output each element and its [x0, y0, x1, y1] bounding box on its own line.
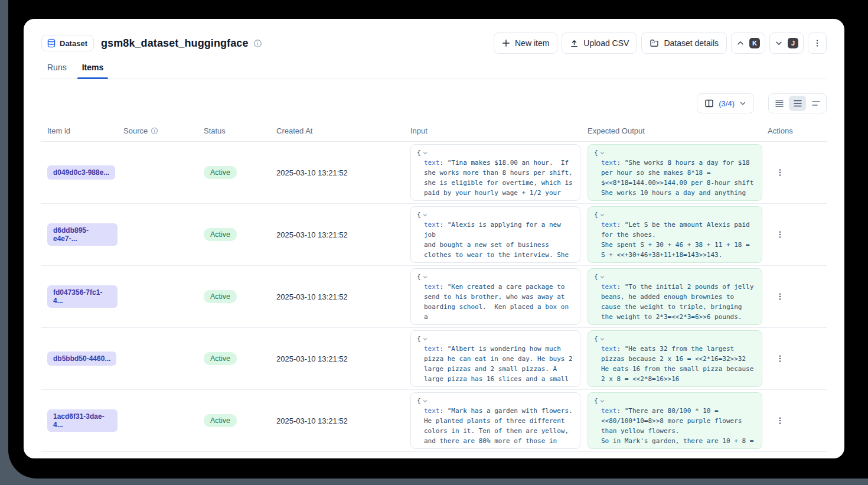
row-actions-button[interactable]	[772, 350, 788, 367]
collapse-chevron-icon[interactable]	[599, 212, 605, 218]
kebab-icon	[776, 230, 784, 239]
collapse-chevron-icon[interactable]	[422, 150, 428, 156]
collapse-chevron-icon[interactable]	[422, 336, 428, 342]
status-badge: Active	[204, 290, 237, 303]
next-item-button[interactable]: J	[769, 32, 804, 54]
table-row: d049d0c3-988e... Active 2025-03-10 13:21…	[41, 142, 827, 204]
tab-bar: Runs Items	[41, 58, 827, 79]
collapse-chevron-icon[interactable]	[599, 398, 605, 404]
tab-items[interactable]: Items	[77, 58, 109, 79]
page-header: Dataset gsm8k_dataset_huggingface New it…	[41, 32, 827, 54]
input-json-preview[interactable]: { text: "Tina makes $18.00 an hour. If s…	[410, 144, 580, 201]
input-json-preview[interactable]: { text: "Ken created a care package to s…	[410, 268, 580, 325]
dataset-badge-label: Dataset	[60, 39, 87, 48]
row-actions-button[interactable]	[772, 412, 788, 429]
columns-count: (3/4)	[719, 99, 735, 108]
kbd-j: J	[788, 38, 798, 48]
output-key: text	[601, 283, 617, 291]
expected-output-json-preview[interactable]: { text: "Let S be the amount Alexis paid…	[588, 206, 762, 263]
source-info-icon[interactable]	[151, 127, 158, 135]
output-key: text	[601, 345, 617, 353]
more-actions-button[interactable]	[808, 32, 827, 54]
row-height-toggle	[768, 93, 827, 113]
input-key: text	[424, 283, 440, 291]
upload-icon	[570, 39, 579, 48]
input-json-preview[interactable]: { text: "Alexis is applying for a new jo…	[410, 206, 580, 263]
created-at: 2025-03-10 13:21:52	[270, 292, 404, 301]
expected-output-json-preview[interactable]: { text: "There are 80/100 * 10 = <<80/10…	[588, 392, 762, 449]
dataset-details-button[interactable]: Dataset details	[641, 32, 727, 54]
col-header-source[interactable]: Source	[118, 126, 198, 135]
kebab-icon	[776, 416, 784, 425]
items-table: Item id Source Status Created At Input E…	[41, 121, 827, 452]
rows-small-icon	[775, 99, 784, 108]
row-height-small-button[interactable]	[771, 96, 788, 111]
chevron-down-icon	[739, 100, 746, 107]
item-id-badge[interactable]: d6ddb895-e4e7-...	[47, 223, 118, 246]
chevron-up-icon	[736, 39, 745, 47]
table-toolbar: (3/4)	[41, 93, 827, 113]
output-key: text	[601, 159, 617, 167]
col-header-input[interactable]: Input	[404, 126, 582, 135]
page-title: gsm8k_dataset_huggingface	[101, 37, 249, 50]
created-at: 2025-03-10 13:21:52	[270, 416, 404, 425]
output-key: text	[601, 407, 617, 415]
col-header-created-at[interactable]: Created At	[270, 126, 404, 135]
tab-runs[interactable]: Runs	[43, 58, 71, 79]
item-id-badge[interactable]: db5bbd50-4460...	[47, 351, 116, 366]
collapse-chevron-icon[interactable]	[599, 150, 605, 156]
created-at: 2025-03-10 13:21:52	[270, 354, 404, 363]
table-row: db5bbd50-4460... Active 2025-03-10 13:21…	[41, 328, 827, 390]
table-row: fd047356-7fc1-4... Active 2025-03-10 13:…	[41, 266, 827, 328]
status-badge: Active	[204, 228, 237, 241]
input-json-preview[interactable]: { text: "Albert is wondering how much pi…	[410, 330, 580, 387]
row-actions-button[interactable]	[772, 164, 788, 181]
database-icon	[47, 38, 56, 48]
col-header-expected-output[interactable]: Expected Output	[582, 126, 762, 135]
prev-item-button[interactable]: K	[731, 32, 765, 54]
title-info-icon[interactable]	[253, 39, 262, 48]
expected-output-json-preview[interactable]: { text: "To the initial 2 pounds of jell…	[588, 268, 762, 325]
table-body: d049d0c3-988e... Active 2025-03-10 13:21…	[41, 142, 827, 452]
created-at: 2025-03-10 13:21:52	[270, 168, 404, 177]
row-height-large-button[interactable]	[807, 96, 824, 111]
input-json-preview[interactable]: { text: "Mark has a garden with flowers.…	[410, 392, 580, 449]
collapse-chevron-icon[interactable]	[599, 274, 605, 280]
app-window: Dataset gsm8k_dataset_huggingface New it…	[24, 19, 844, 458]
plus-icon	[502, 39, 510, 47]
columns-selector-button[interactable]: (3/4)	[697, 93, 754, 113]
input-key: text	[424, 221, 440, 229]
input-key: text	[424, 159, 440, 167]
col-header-actions: Actions	[762, 126, 827, 135]
created-at: 2025-03-10 13:21:52	[270, 230, 404, 239]
collapse-chevron-icon[interactable]	[599, 336, 605, 342]
header-actions: New item Upload CSV Dataset details K J	[494, 32, 827, 54]
rows-medium-icon	[793, 99, 802, 108]
row-height-medium-button[interactable]	[789, 96, 806, 111]
item-id-badge[interactable]: fd047356-7fc1-4...	[47, 285, 118, 308]
input-key: text	[424, 345, 440, 353]
collapse-chevron-icon[interactable]	[422, 212, 428, 218]
row-actions-button[interactable]	[772, 226, 788, 243]
row-actions-button[interactable]	[772, 288, 788, 305]
kebab-icon	[813, 38, 821, 48]
item-id-badge[interactable]: 1acd6f31-3dae-4...	[47, 409, 118, 432]
kbd-k: K	[749, 38, 760, 48]
table-header-row: Item id Source Status Created At Input E…	[41, 121, 827, 142]
new-item-button[interactable]: New item	[494, 32, 557, 54]
expected-output-json-preview[interactable]: { text: "He eats 32 from the largest piz…	[588, 330, 762, 387]
upload-csv-button[interactable]: Upload CSV	[562, 32, 637, 54]
expected-output-json-preview[interactable]: { text: "She works 8 hours a day for $18…	[588, 144, 762, 201]
col-header-status[interactable]: Status	[198, 126, 270, 135]
item-id-badge[interactable]: d049d0c3-988e...	[47, 165, 115, 180]
status-badge: Active	[204, 166, 237, 179]
output-key: text	[601, 221, 617, 229]
collapse-chevron-icon[interactable]	[422, 398, 428, 404]
kebab-icon	[776, 292, 784, 301]
status-badge: Active	[204, 352, 237, 365]
collapse-chevron-icon[interactable]	[422, 274, 428, 280]
table-row: d6ddb895-e4e7-... Active 2025-03-10 13:2…	[41, 204, 827, 266]
kebab-icon	[776, 354, 784, 363]
col-header-item-id[interactable]: Item id	[41, 126, 118, 135]
status-badge: Active	[204, 414, 237, 427]
